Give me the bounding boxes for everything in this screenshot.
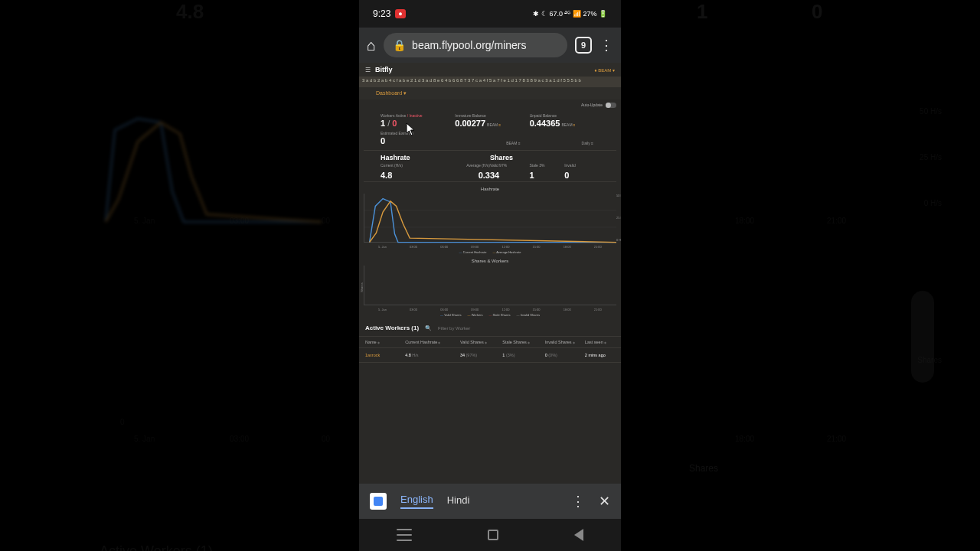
chart2-xticks: 5. Jan03:0006:0009:0012:0015:0018:0021:0…	[359, 307, 621, 311]
workers-table-header: Name Current Hashrate Valid Shares Stale…	[359, 336, 621, 348]
chart1-xticks: 5. Jan03:0006:0009:0012:0015:0018:0021:0…	[359, 244, 621, 249]
translate-menu-icon[interactable]: ⋮	[571, 493, 585, 510]
browser-toolbar: ⌂ 🔒 beam.flypool.org/miners 9 ⋮	[359, 28, 621, 63]
auto-update-toggle[interactable]	[606, 103, 616, 108]
worker-name: 1axrock	[365, 353, 405, 357]
shares-heading: Shares	[490, 154, 599, 161]
status-bar: 9:23 ● ✱ ☾ 67.0 ⁴ᴳ 📶 27% 🔋	[359, 0, 621, 28]
hashrate-chart: 50 H/s 25 H/s 0 H/s	[364, 194, 616, 243]
immature-balance-stat: Immature Balance 0.00277BEAM≡	[455, 113, 524, 128]
home-nav-icon[interactable]	[488, 530, 498, 540]
back-icon[interactable]	[574, 529, 583, 541]
background-blur-right: 1 0 50 H/s 25 H/s 0 H/s 18:00 21:00 Shar…	[666, 0, 926, 551]
auto-update-row: Auto-Update	[359, 99, 621, 110]
current-hashrate: 4.8	[381, 171, 442, 180]
worker-filter-input[interactable]	[438, 326, 502, 331]
valid-shares: 34	[490, 171, 529, 180]
hashrate-heading: Hashrate	[381, 154, 490, 161]
tab-count[interactable]: 9	[575, 37, 592, 54]
shares-chart: Shares	[364, 266, 616, 305]
stale-shares: 1	[529, 171, 564, 180]
col-valid[interactable]: Valid Shares	[460, 340, 502, 344]
balance-stats: Workers Active / Inactive 1 / 0 Immature…	[359, 110, 621, 129]
col-stale[interactable]: Stale Shares	[502, 340, 544, 344]
active-workers-header: Active Workers (1) 🔍	[359, 317, 621, 336]
bg-current-value: 4.8	[176, 0, 204, 24]
auto-update-label: Auto-Update	[581, 103, 603, 107]
brand-logo[interactable]: Bitfly	[375, 66, 393, 73]
page-content: ☰ Bitfly ♦ BEAM ▾ 3 a d b 2 a b 4 c f a …	[359, 63, 621, 484]
home-icon[interactable]: ⌂	[367, 37, 376, 54]
chart1-legend: Current Hashrate Average Hashrate	[359, 250, 621, 254]
wallet-address: 3 a d b 2 a b 4 c f a b e 2 1 d 3 a d 8 …	[359, 77, 621, 87]
estimated-earnings-stat: Estimated Earnings 0	[381, 131, 453, 145]
lang-english[interactable]: English	[400, 494, 433, 509]
chart1-title: Hashrate	[359, 187, 621, 191]
coin-selector[interactable]: ♦ BEAM ▾	[595, 67, 615, 73]
lock-icon: 🔒	[393, 39, 406, 51]
dashboard-tab-row: Dashboard ▾	[359, 87, 621, 99]
cursor-icon	[406, 122, 416, 136]
invalid-shares: 0	[564, 171, 599, 180]
chart2-title: Shares & Workers	[359, 259, 621, 263]
col-invalid[interactable]: Invalid Shares	[545, 340, 585, 344]
status-icons: ✱ ☾ 67.0 ⁴ᴳ 📶 27% 🔋	[533, 10, 607, 18]
status-time: 9:23	[373, 8, 390, 19]
translate-icon	[370, 493, 387, 510]
translate-bar: English Hindi ⋮ ✕	[359, 484, 621, 519]
phone-frame: 9:23 ● ✱ ☾ 67.0 ⁴ᴳ 📶 27% 🔋 ⌂ 🔒 beam.flyp…	[359, 0, 621, 551]
recents-icon[interactable]	[397, 529, 412, 541]
url-bar[interactable]: 🔒 beam.flypool.org/miners	[384, 33, 567, 57]
background-blur-left: 4.8 5. Jan 03:00 00 0 5. Jan 03:00 00 Ac…	[77, 0, 337, 551]
active-workers-title: Active Workers (1)	[365, 324, 419, 331]
translate-close-icon[interactable]: ✕	[599, 493, 610, 510]
bg-one: 1	[697, 0, 804, 24]
system-nav-bar	[359, 519, 621, 551]
lang-hindi[interactable]: Hindi	[447, 494, 470, 508]
col-hashrate[interactable]: Current Hashrate	[405, 340, 460, 344]
browser-menu-icon[interactable]: ⋮	[599, 37, 613, 54]
hamburger-icon[interactable]: ☰	[365, 67, 371, 73]
average-hashrate: 0.3	[442, 171, 490, 180]
col-lastseen[interactable]: Last seen	[585, 340, 615, 344]
scrollbar-hint	[911, 291, 934, 383]
url-text: beam.flypool.org/miners	[412, 39, 526, 51]
table-row[interactable]: 1axrock 4.8 H/s 34 (97%) 1 (3%) 0 (0%) 2…	[359, 348, 621, 363]
unpaid-balance-stat: Unpaid Balance 0.44365BEAM≡	[530, 113, 599, 128]
recording-badge: ●	[395, 9, 405, 18]
col-name[interactable]: Name	[365, 340, 405, 344]
search-icon[interactable]: 🔍	[425, 325, 432, 331]
dashboard-link[interactable]: Dashboard ▾	[376, 90, 407, 96]
site-header: ☰ Bitfly ♦ BEAM ▾	[359, 63, 621, 77]
